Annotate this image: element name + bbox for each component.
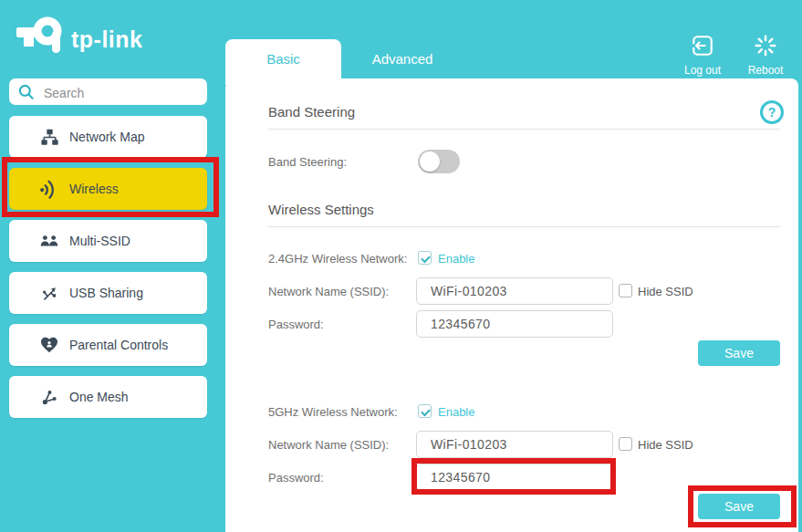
hide-ssid-2g-checkbox[interactable] [619,284,632,297]
save-2g-button[interactable]: Save [698,340,780,366]
sidebar-item-network-map[interactable]: Network Map [9,116,207,158]
network-block-5g: 5GHz Wireless Network: Enable Network Na… [0,404,802,525]
toggle-knob [420,151,440,172]
password-2g-input[interactable] [416,310,613,338]
password-5g-input[interactable] [416,464,613,491]
divider [268,129,780,130]
band-5g-label: 5GHz Wireless Network: [268,405,398,419]
search-icon [17,83,36,105]
hide-ssid-2g-label: Hide SSID [638,285,693,298]
ssid-2g-input[interactable] [416,277,613,305]
logout-button[interactable]: Log out [672,34,734,77]
enable-2g-checkbox[interactable] [418,251,432,265]
sidebar-item-label: Wireless [69,182,119,196]
divider [268,226,780,227]
password-2g-label: Password: [268,318,324,331]
hide-ssid-5g-checkbox[interactable] [619,437,632,451]
wireless-settings-title: Wireless Settings [268,202,374,217]
network-map-icon [40,128,58,146]
search-input[interactable] [42,78,203,107]
tplink-logo-text: tp-link [71,26,143,53]
wireless-icon [36,176,62,202]
tab-advanced[interactable]: Advanced [341,39,463,78]
enable-5g-label: Enable [438,405,474,419]
sidebar-item-label: Network Map [69,130,144,144]
ssid-2g-label: Network Name (SSID): [268,285,389,298]
sidebar-item-wireless[interactable]: Wireless [9,168,207,210]
band-steering-toggle[interactable] [418,150,460,173]
logout-icon [691,34,714,61]
mesh-icon [40,388,58,406]
help-icon[interactable]: ? [760,100,784,124]
tab-basic[interactable]: Basic [225,39,341,85]
reboot-icon [754,34,777,61]
band-steering-title: Band Steering [268,104,355,120]
logout-label: Log out [684,64,721,77]
password-5g-label: Password: [268,471,324,485]
ssid-5g-label: Network Name (SSID): [268,438,389,452]
reboot-button[interactable]: Reboot [734,34,797,77]
enable-5g-checkbox[interactable] [418,404,432,418]
search-box[interactable] [9,78,207,105]
tplink-logo-icon [15,9,68,62]
sidebar-item-label: Multi-SSID [69,234,130,248]
sidebar-item-label: One Mesh [69,390,129,404]
network-block-2g: 2.4GHz Wireless Network: Enable Network … [0,251,802,371]
reboot-label: Reboot [748,64,784,77]
band-steering-label: Band Steering: [268,155,347,169]
band-2g-label: 2.4GHz Wireless Network: [268,252,407,266]
ssid-5g-input[interactable] [416,431,613,458]
multi-ssid-icon [40,232,58,250]
enable-2g-label: Enable [438,252,474,266]
save-5g-button[interactable]: Save [698,494,780,519]
tplink-logo: tp-link [15,11,143,60]
hide-ssid-5g-label: Hide SSID [638,438,693,452]
